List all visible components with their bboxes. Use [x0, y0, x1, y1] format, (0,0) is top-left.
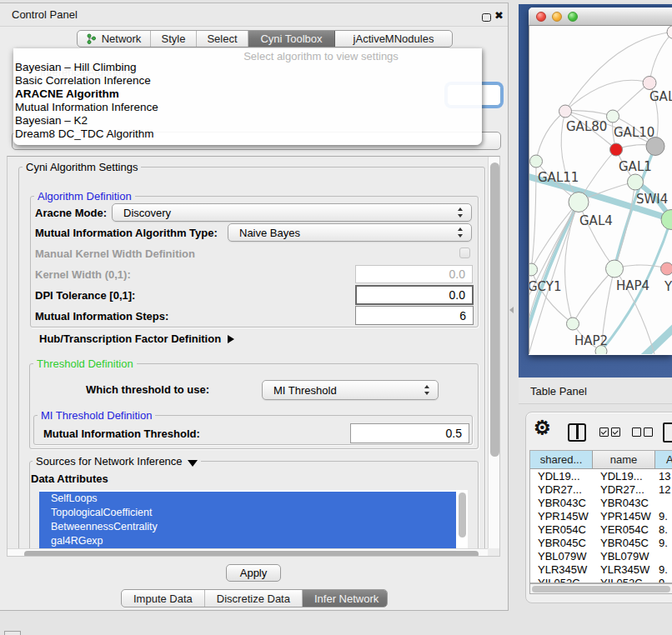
settings-vscrollbar-track[interactable]: [488, 157, 500, 548]
table-cell[interactable]: YPR145W: [530, 510, 593, 523]
algorithm-option-5[interactable]: Dream8 DC_TDC Algorithm: [15, 128, 154, 140]
network-edge[interactable]: [531, 202, 579, 269]
split-pane-arrow-icon[interactable]: [509, 307, 514, 313]
mi-threshold-field[interactable]: 0.5: [350, 423, 469, 443]
algorithm-option-3[interactable]: Mutual Information Inference: [15, 101, 158, 113]
sources-title[interactable]: Sources for Network Inference: [33, 455, 201, 468]
network-node-swi4[interactable]: [628, 174, 644, 190]
float-window-icon[interactable]: [482, 13, 491, 22]
document-icon[interactable]: [663, 422, 672, 442]
network-edge[interactable]: [639, 322, 672, 354]
table-cell[interactable]: YDR27...: [530, 483, 593, 497]
table-cell[interactable]: YDL19...: [530, 470, 593, 483]
tab-select[interactable]: Select: [197, 31, 248, 47]
node-label-gal10: GAL10: [614, 125, 654, 140]
table-cell[interactable]: YBR043C: [530, 497, 593, 510]
algorithm-option-2[interactable]: ARACNE Algorithm: [15, 88, 119, 100]
minimize-traffic-light[interactable]: [552, 12, 562, 22]
kernel-width-field[interactable]: 0.0: [355, 265, 473, 283]
algorithm-option-0[interactable]: Bayesian – Hill Climbing: [15, 61, 137, 73]
minimized-window-button[interactable]: [4, 631, 21, 635]
network-node-big-green[interactable]: [661, 210, 672, 230]
network-node-gal10[interactable]: [607, 110, 619, 122]
aracne-mode-combo[interactable]: Discovery: [112, 203, 472, 222]
network-node-gal4[interactable]: [569, 192, 589, 212]
close-panel-icon[interactable]: ✖: [494, 9, 504, 22]
network-edge[interactable]: [565, 80, 649, 111]
network-node-n-top[interactable]: [667, 26, 672, 39]
tab-discretize-data[interactable]: Discretize Data: [205, 590, 303, 607]
table-cell[interactable]: 9.: [655, 577, 672, 583]
manual-kernel-checkbox[interactable]: [459, 248, 470, 258]
network-node-hap2[interactable]: [567, 318, 579, 330]
attribute-item-1[interactable]: TopologicalCoefficient: [39, 506, 456, 520]
settings-hscrollbar-track[interactable]: [8, 548, 488, 557]
apply-button[interactable]: Apply: [226, 564, 281, 582]
settings-vscrollbar-thumb[interactable]: [490, 162, 499, 457]
table-cell[interactable]: YDL19...: [593, 470, 655, 483]
table-cell[interactable]: 9.: [655, 537, 672, 550]
table-cell[interactable]: 12: [655, 483, 672, 497]
table-cell[interactable]: 8.: [655, 523, 672, 537]
table-cell[interactable]: YPR145W: [593, 510, 655, 523]
network-node-pink-node[interactable]: [661, 262, 672, 275]
table-cell[interactable]: 9.: [655, 563, 672, 577]
gear-icon[interactable]: ⚙: [534, 417, 551, 439]
network-node-gcy1[interactable]: [529, 263, 538, 276]
table-hscrollbar-track[interactable]: [529, 583, 672, 594]
attribute-item-0[interactable]: SelfLoops: [39, 492, 456, 506]
table-hscrollbar-thumb[interactable]: [532, 586, 670, 592]
tab-network[interactable]: Network: [78, 31, 151, 47]
network-node-gal1[interactable]: [610, 143, 623, 156]
table-cell[interactable]: YLR345W: [530, 563, 593, 577]
table-cell[interactable]: YBR043C: [593, 497, 655, 510]
which-threshold-combo[interactable]: MI Threshold: [262, 380, 439, 400]
table-cell[interactable]: 9.: [655, 510, 672, 523]
table-cell[interactable]: YER054C: [530, 523, 593, 537]
column-header-1[interactable]: name: [593, 451, 655, 469]
split-columns-icon[interactable]: [568, 423, 586, 442]
network-node-hap4[interactable]: [606, 260, 624, 278]
network-edge[interactable]: [579, 202, 614, 268]
mi-steps-field[interactable]: 6: [355, 306, 474, 325]
table-cell[interactable]: YBL079W: [530, 550, 593, 563]
column-header-2[interactable]: A: [655, 451, 672, 469]
tab-infer-network[interactable]: Infer Network: [303, 590, 388, 607]
network-canvas[interactable]: GAL7GAL80GAL10GAL1GAL11SWI4GAL4GCY1HAP4Y…: [529, 26, 672, 354]
tab-impute-data[interactable]: Impute Data: [122, 590, 205, 607]
table-cell[interactable]: YER054C: [593, 523, 655, 537]
node-attribute-table[interactable]: shared...nameAYDL19...YDL19...13YDR27...…: [529, 450, 672, 583]
dpi-tolerance-field[interactable]: 0.0: [355, 285, 474, 305]
mi-type-combo[interactable]: Naive Bayes: [228, 223, 472, 242]
settings-hscrollbar-thumb[interactable]: [24, 551, 479, 557]
tab-style[interactable]: Style: [151, 31, 197, 47]
tab-jactivemnodules[interactable]: jActiveMNodules: [335, 31, 452, 47]
tab-cyni-toolbox[interactable]: Cyni Toolbox: [248, 31, 335, 47]
network-node-gal11[interactable]: [530, 155, 543, 168]
table-cell[interactable]: YBL079W: [593, 550, 655, 563]
attribute-item-3[interactable]: gal4RGexp: [39, 534, 456, 548]
network-window-titlebar[interactable]: [529, 8, 672, 26]
data-attributes-list[interactable]: SelfLoopsTopologicalCoefficientBetweenne…: [39, 490, 468, 548]
network-edge[interactable]: [649, 32, 672, 82]
unchecked-pair-icon[interactable]: [632, 428, 653, 437]
table-cell[interactable]: YBR045C: [593, 537, 655, 550]
table-cell[interactable]: 13: [655, 470, 672, 483]
close-traffic-light[interactable]: [536, 12, 546, 22]
table-cell[interactable]: YIL052C: [593, 577, 655, 583]
network-node-gal7[interactable]: [643, 77, 656, 90]
attribute-item-2[interactable]: BetweennessCentrality: [39, 520, 456, 534]
column-header-0[interactable]: shared...: [530, 451, 593, 469]
algorithm-option-1[interactable]: Basic Correlation Inference: [15, 74, 151, 87]
table-cell[interactable]: YLR345W: [593, 563, 655, 577]
zoom-traffic-light[interactable]: [568, 12, 578, 22]
checked-pair-icon[interactable]: [599, 428, 620, 437]
hub-factor-label[interactable]: Hub/Transcription Factor Definition: [39, 332, 234, 345]
table-cell[interactable]: YIL052C: [530, 577, 593, 583]
algorithm-option-4[interactable]: Bayesian – K2: [15, 114, 88, 127]
network-node-gal80[interactable]: [559, 105, 572, 118]
network-edge[interactable]: [613, 82, 649, 116]
table-cell[interactable]: YDR27...: [593, 483, 655, 497]
table-cell[interactable]: YBR045C: [530, 537, 593, 550]
attributes-list-scrollbar[interactable]: [459, 492, 466, 538]
